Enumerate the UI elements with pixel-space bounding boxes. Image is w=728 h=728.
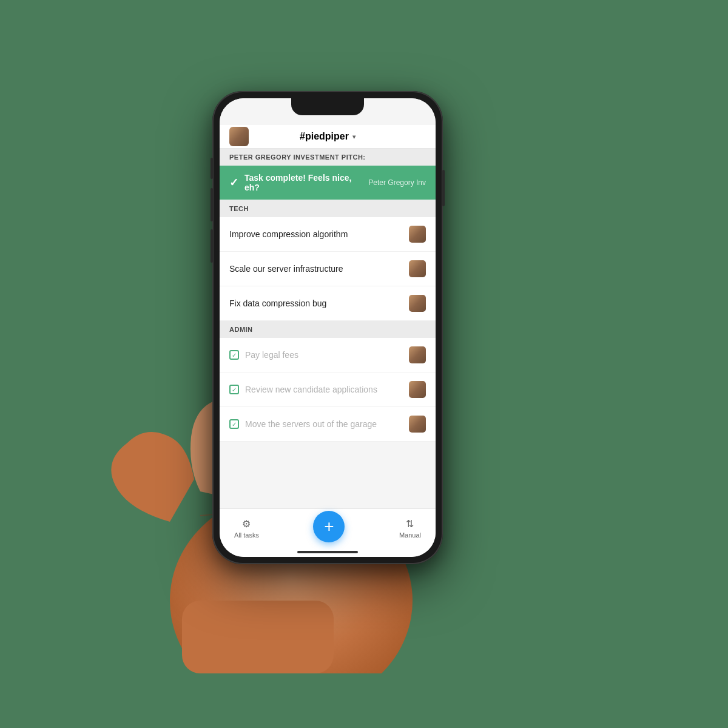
channel-name: #piedpiper (300, 131, 349, 142)
task-label: Improve compression algorithm (229, 229, 404, 239)
power-button (442, 170, 445, 206)
tab-bar: ⚙ All tasks + ⇅ Manual (220, 508, 436, 557)
task-item[interactable]: Practice elevator pitch ✓ Task complete!… (220, 166, 436, 200)
task-item-completed[interactable]: Pay legal fees (220, 338, 436, 372)
task-avatar (409, 381, 426, 398)
task-label: Scale our server infrastructure (229, 264, 404, 274)
task-item-completed[interactable]: Review new candidate applications (220, 372, 436, 407)
checkbox-completed[interactable] (229, 350, 239, 360)
phone-frame: #piedpiper ▾ PETER GREGORY INVESTMENT PI… (212, 91, 443, 564)
silent-switch (211, 158, 213, 179)
task-item-completed[interactable]: Move the servers out of the garage (220, 407, 436, 442)
tab-all-tasks[interactable]: ⚙ All tasks (234, 518, 259, 539)
tab-manual[interactable]: ⇅ Manual (399, 518, 421, 539)
svg-rect-1 (182, 601, 334, 673)
app-content: PETER GREGORY INVESTMENT PITCH: Practice… (220, 149, 436, 509)
phone-screen: #piedpiper ▾ PETER GREGORY INVESTMENT PI… (220, 98, 436, 557)
sort-icon: ⇅ (406, 518, 414, 530)
plus-icon: + (324, 517, 334, 536)
section-header-tech: TECH (220, 200, 436, 217)
task-label: Fix data compression bug (229, 298, 404, 308)
tab-all-tasks-label: All tasks (234, 531, 259, 539)
checkbox-completed[interactable] (229, 385, 239, 394)
toast-notification: ✓ Task complete! Feels nice, eh? Peter G… (220, 166, 436, 200)
task-avatar (409, 260, 426, 277)
home-indicator (297, 551, 358, 553)
tab-manual-label: Manual (399, 531, 421, 539)
task-label-completed: Move the servers out of the garage (245, 419, 404, 429)
section-header-peter-gregory: PETER GREGORY INVESTMENT PITCH: (220, 149, 436, 166)
task-avatar (409, 226, 426, 243)
avatar[interactable] (229, 127, 249, 146)
scene: #piedpiper ▾ PETER GREGORY INVESTMENT PI… (127, 67, 601, 661)
task-avatar (409, 346, 426, 363)
section-header-admin: ADMIN (220, 321, 436, 338)
chevron-down-icon: ▾ (352, 133, 356, 140)
toast-secondary: Peter Gregory Inv (368, 178, 426, 187)
checkbox-completed[interactable] (229, 419, 239, 429)
filter-icon: ⚙ (242, 518, 251, 530)
notch (291, 98, 364, 115)
task-label-completed: Pay legal fees (245, 350, 404, 360)
fab-add-button[interactable]: + (313, 511, 345, 542)
task-label-completed: Review new candidate applications (245, 385, 404, 394)
volume-up-button (211, 188, 213, 221)
checkmark-icon: ✓ (229, 176, 238, 189)
volume-down-button (211, 229, 213, 263)
toast-message: Task complete! Feels nice, eh? (244, 173, 362, 192)
channel-title[interactable]: #piedpiper ▾ (300, 131, 356, 142)
task-avatar (409, 416, 426, 433)
task-item[interactable]: Improve compression algorithm (220, 217, 436, 252)
task-item[interactable]: Fix data compression bug (220, 286, 436, 321)
task-avatar (409, 295, 426, 312)
avatar-image (229, 127, 249, 146)
task-item[interactable]: Scale our server infrastructure (220, 252, 436, 286)
app-header: #piedpiper ▾ (220, 125, 436, 149)
